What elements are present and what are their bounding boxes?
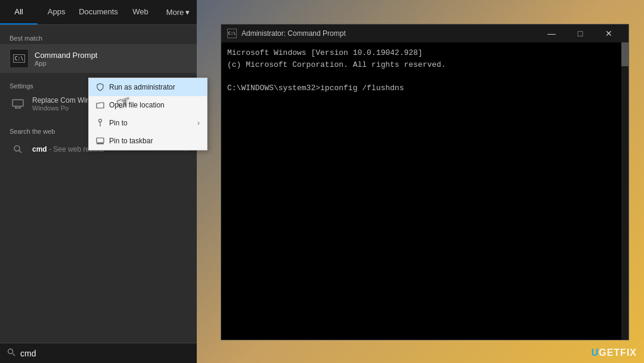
app-name: Command Prompt <box>35 51 97 60</box>
maximize-button[interactable]: □ <box>566 24 594 42</box>
start-menu-content: Best match C:\ Command Prompt App Settin… <box>0 25 197 343</box>
cmd-controls: — □ ✕ <box>538 24 623 42</box>
tab-web[interactable]: Web <box>122 0 159 24</box>
svg-point-9 <box>99 119 102 122</box>
submenu-arrow-icon: › <box>197 119 200 127</box>
pin-icon <box>96 119 104 127</box>
cmd-output: Microsoft Windows [Version 10.0.19042.92… <box>227 47 623 94</box>
cmd-scrollbar-thumb[interactable] <box>621 42 628 66</box>
search-bar-text: cmd <box>20 349 36 358</box>
watermark-u: U <box>592 347 599 358</box>
tab-more[interactable]: More ▾ <box>159 0 197 24</box>
close-button[interactable]: ✕ <box>595 24 623 42</box>
run-as-admin-label: Run as administrator <box>109 83 175 91</box>
svg-rect-0 <box>13 100 23 106</box>
tab-all[interactable]: All <box>0 0 38 24</box>
cmd-title: Administrator: Command Prompt <box>242 29 538 38</box>
svg-line-5 <box>19 150 21 153</box>
best-match-label: Best match <box>0 31 197 44</box>
chevron-down-icon: ▾ <box>185 8 190 17</box>
cmd-window: C:\ Administrator: Command Prompt — □ ✕ … <box>221 24 629 340</box>
pin-to-label: Pin to <box>109 119 128 127</box>
context-menu-pin-to-taskbar[interactable]: Pin to taskbar <box>89 132 207 150</box>
cmd-scrollbar[interactable] <box>621 42 628 340</box>
svg-point-6 <box>8 349 13 354</box>
start-menu-tabs: All Apps Documents Web More ▾ <box>0 0 197 25</box>
svg-line-7 <box>13 353 15 356</box>
cmd-titlebar-icon: C:\ <box>227 29 237 38</box>
cmd-titlebar: C:\ Administrator: Command Prompt — □ ✕ <box>221 24 628 42</box>
cmd-body: Microsoft Windows [Version 10.0.19042.92… <box>221 42 628 340</box>
start-menu: All Apps Documents Web More ▾ Best match… <box>0 0 197 363</box>
watermark: UGETFIX <box>592 347 637 358</box>
shield-icon <box>96 83 104 91</box>
watermark-fix: FIX <box>620 347 637 358</box>
open-file-location-label: Open file location <box>109 101 165 109</box>
context-menu-run-as-admin[interactable]: Run as administrator <box>89 78 207 96</box>
context-menu-open-file-location[interactable]: Open file location <box>89 96 207 114</box>
search-icon <box>10 141 26 158</box>
tab-apps[interactable]: Apps <box>38 0 75 24</box>
monitor-icon <box>10 96 26 112</box>
cmd-app-icon: C:\ <box>10 49 29 68</box>
search-bar[interactable]: cmd <box>0 343 197 363</box>
minimize-button[interactable]: — <box>538 24 565 42</box>
search-term: cmd <box>32 145 47 153</box>
watermark-get: GET <box>599 347 620 358</box>
pin-to-taskbar-label: Pin to taskbar <box>109 137 153 145</box>
context-menu-pin-to[interactable]: Pin to › <box>89 114 207 132</box>
folder-icon <box>96 101 104 109</box>
taskbar-icon <box>96 137 104 145</box>
svg-point-4 <box>14 146 20 151</box>
svg-rect-10 <box>97 138 104 143</box>
context-menu: Run as administrator Open file location … <box>88 78 208 150</box>
svg-rect-11 <box>97 143 104 144</box>
command-prompt-item[interactable]: C:\ Command Prompt App <box>0 44 197 73</box>
tab-documents[interactable]: Documents <box>75 0 122 24</box>
app-info: Command Prompt App <box>35 51 97 67</box>
app-type: App <box>35 60 97 67</box>
search-bar-icon <box>7 348 16 358</box>
